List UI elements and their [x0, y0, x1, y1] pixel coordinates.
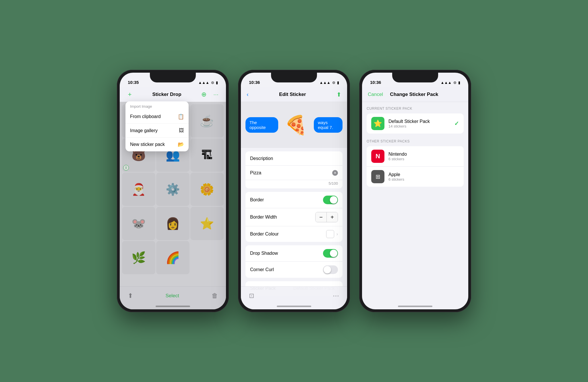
phone-1: 10:35 ▲▲▲ ⊜ ▮ + Sticker Drop ⊕ ⋯ Import …: [117, 70, 229, 312]
status-time-3: 10:36: [370, 80, 381, 85]
default-pack-checkmark: ✓: [454, 120, 459, 127]
border-width-label: Border Width: [250, 215, 277, 220]
description-input[interactable]: [250, 170, 332, 175]
nav-title-2: Edit Sticker: [279, 92, 306, 97]
wifi-icon-1: ⊜: [211, 80, 214, 85]
right-bubble-text: ways equal 7.: [318, 120, 333, 130]
cancel-button[interactable]: Cancel: [368, 92, 383, 97]
corner-curl-label: Corner Curl: [250, 267, 274, 272]
apple-pack-row[interactable]: ⊞ Apple 6 stickers: [367, 167, 464, 187]
wifi-icon-2: ⊜: [332, 80, 335, 85]
description-label-row: Description: [245, 151, 343, 166]
signal-icon-1: ▲▲▲: [198, 80, 209, 85]
drop-shadow-toggle[interactable]: [323, 249, 338, 258]
gallery-label: Image gallery: [130, 128, 158, 133]
default-pack-star: ⭐: [374, 119, 382, 128]
stepper-plus-button[interactable]: +: [327, 212, 338, 222]
other-packs-header: OTHER STICKER PACKS: [362, 135, 468, 145]
dropdown-label: Import Image: [125, 101, 189, 110]
sticker-preview-pizza: 🍕: [281, 109, 312, 141]
apple-pack-name: Apple: [388, 172, 459, 177]
gallery-icon: 🖼: [179, 128, 184, 134]
border-toggle[interactable]: [323, 196, 338, 204]
stepper-minus-button[interactable]: −: [316, 212, 326, 222]
border-colour-row[interactable]: Border Colour ›: [245, 226, 343, 242]
phone-1-screen: 10:35 ▲▲▲ ⊜ ▮ + Sticker Drop ⊕ ⋯ Import …: [120, 73, 226, 309]
nintendo-pack-icon: N: [371, 150, 384, 163]
dropdown-item-gallery[interactable]: Image gallery 🖼: [125, 124, 189, 138]
nintendo-letter: N: [376, 153, 380, 160]
apple-icon-symbol: ⊞: [376, 173, 380, 180]
message-preview: The opposite 🍕 ways equal 7.: [241, 102, 347, 148]
left-message-bubble: The opposite: [245, 117, 278, 133]
phone-3-screen: 10:36 ▲▲▲ ⊜ ▮ Cancel Change Sticker Pack…: [362, 73, 468, 309]
border-section: Border Border Width − + Border Colour: [245, 192, 343, 242]
other-packs-section: N Nintendo 6 stickers ⊞ Apple 6 stickers: [367, 146, 464, 187]
default-pack-name: Default Sticker Pack: [388, 119, 450, 124]
change-pack-content: CURRENT STICKER PACK ⭐ Default Sticker P…: [362, 102, 468, 309]
default-pack-info: Default Sticker Pack 14 stickers: [388, 119, 450, 128]
clear-input-button[interactable]: ✕: [332, 170, 338, 176]
signal-icon-3: ▲▲▲: [440, 80, 452, 85]
share-button-2[interactable]: ⬆: [336, 91, 341, 98]
status-icons-1: ▲▲▲ ⊜ ▮: [198, 80, 218, 85]
corner-curl-toggle-thumb: [324, 266, 331, 273]
dropdown-menu: Import Image From clipboard 📋 Image gall…: [125, 101, 189, 151]
notch-1: [150, 73, 196, 82]
description-section: Description ✕ 5/100: [245, 151, 343, 188]
dropdown-item-new-pack[interactable]: New sticker pack 📂: [125, 138, 189, 151]
phone-2-screen: 10:36 ▲▲▲ ⊜ ▮ ‹ Edit Sticker ⬆ The oppos…: [241, 73, 347, 309]
left-bubble-text: The opposite: [249, 120, 266, 130]
border-toggle-row: Border: [245, 192, 343, 208]
back-arrow-icon: ‹: [247, 91, 249, 98]
phone-3: 10:36 ▲▲▲ ⊜ ▮ Cancel Change Sticker Pack…: [359, 70, 471, 312]
drop-shadow-row: Drop Shadow: [245, 245, 343, 262]
nintendo-pack-info: Nintendo 6 stickers: [388, 152, 459, 161]
border-toggle-thumb: [330, 196, 337, 204]
phone-2: 10:36 ▲▲▲ ⊜ ▮ ‹ Edit Sticker ⬆ The oppos…: [238, 70, 350, 312]
dropdown-item-clipboard[interactable]: From clipboard 📋: [125, 110, 189, 124]
corner-curl-row: Corner Curl: [245, 262, 343, 278]
nintendo-pack-row[interactable]: N Nintendo 6 stickers: [367, 146, 464, 167]
nintendo-pack-name: Nintendo: [388, 152, 459, 157]
clipboard-icon: 📋: [178, 113, 184, 120]
nav-bar-1: + Sticker Drop ⊕ ⋯: [120, 87, 226, 102]
default-pack-row[interactable]: ⭐ Default Sticker Pack 14 stickers ✓: [367, 113, 464, 134]
default-pack-icon: ⭐: [371, 117, 384, 130]
drop-shadow-toggle-thumb: [330, 250, 337, 257]
notch-2: [271, 73, 317, 82]
apple-pack-info: Apple 6 stickers: [388, 172, 459, 182]
add-sticker-button[interactable]: ⊕: [200, 90, 208, 99]
corner-curl-toggle[interactable]: [323, 265, 338, 274]
wifi-icon-3: ⊜: [453, 80, 457, 85]
apple-pack-count: 6 stickers: [388, 177, 459, 182]
more-icon-toolbar[interactable]: ⋯: [333, 292, 339, 300]
add-button-1[interactable]: +: [125, 90, 134, 99]
border-width-row: Border Width − +: [245, 208, 343, 226]
effects-section: Drop Shadow Corner Curl: [245, 245, 343, 278]
nav-bar-3: Cancel Change Sticker Pack: [362, 87, 468, 102]
nintendo-pack-count: 6 stickers: [388, 157, 459, 161]
back-button[interactable]: ‹: [247, 91, 249, 98]
home-indicator-2: [277, 306, 311, 307]
colour-chevron: ›: [336, 231, 338, 237]
right-message-bubble: ways equal 7.: [314, 117, 343, 133]
nav-title-3: Change Sticker Pack: [390, 92, 438, 97]
notch-3: [392, 73, 438, 82]
battery-icon-1: ▮: [216, 80, 218, 85]
home-indicator-3: [398, 306, 432, 307]
default-pack-count: 14 stickers: [388, 124, 450, 128]
crop-icon-toolbar[interactable]: ⊡: [249, 292, 254, 300]
more-button-1[interactable]: ⋯: [212, 90, 220, 99]
nav-title-1: Sticker Drop: [152, 92, 181, 97]
description-input-row[interactable]: ✕: [245, 166, 343, 180]
drop-shadow-label: Drop Shadow: [250, 251, 278, 256]
signal-icon-2: ▲▲▲: [319, 80, 330, 85]
char-count: 5/100: [245, 180, 343, 188]
border-width-stepper: − +: [315, 212, 338, 222]
status-time-1: 10:35: [128, 80, 139, 85]
border-label: Border: [250, 197, 264, 202]
status-icons-2: ▲▲▲ ⊜ ▮: [319, 80, 339, 85]
current-pack-header: CURRENT STICKER PACK: [362, 102, 468, 112]
battery-icon-2: ▮: [337, 80, 339, 85]
